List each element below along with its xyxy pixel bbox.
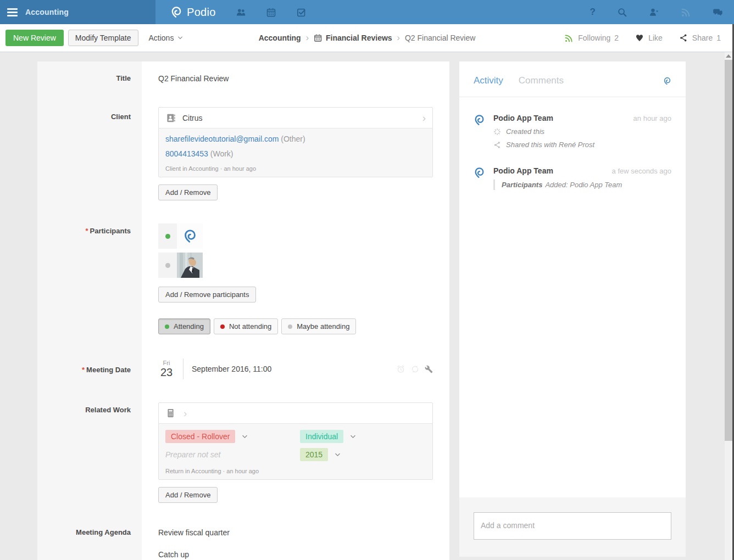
meeting-agenda-field-label: Meeting Agenda: [37, 524, 142, 559]
participant-photo: [177, 253, 203, 278]
breadcrumb-workspace[interactable]: Accounting: [259, 33, 301, 42]
workspace-title[interactable]: Accounting: [25, 8, 69, 16]
podio-home-link[interactable]: Podio: [170, 6, 216, 19]
participant-avatar-podio[interactable]: [177, 223, 203, 249]
date-weekday: Fri: [158, 360, 175, 366]
related-work-header[interactable]: ›: [159, 403, 432, 423]
account-icon[interactable]: [649, 7, 659, 18]
following-button[interactable]: Following 2: [564, 33, 619, 43]
tab-comments[interactable]: Comments: [519, 75, 564, 86]
activity-entry: Podio App Team a few seconds ago Partici…: [474, 166, 671, 190]
participant-row-person[interactable]: [158, 253, 449, 278]
activity-panel-header: Activity Comments: [459, 61, 686, 97]
activity-panel: Activity Comments Podio App Team an hour…: [459, 61, 686, 557]
actions-menu[interactable]: Actions: [149, 33, 184, 42]
chevron-right-icon: ›: [184, 408, 187, 418]
actions-label: Actions: [149, 33, 174, 42]
reminder-icon[interactable]: [396, 365, 405, 374]
date-day: 23: [158, 366, 175, 378]
field-participants: *Participants: [37, 223, 449, 334]
calendar-icon[interactable]: [266, 7, 276, 18]
podio-avatar-icon[interactable]: [474, 167, 485, 178]
client-email-type: (Other): [281, 135, 305, 143]
breadcrumb-separator: ›: [397, 33, 400, 43]
recurrence-icon[interactable]: [410, 365, 420, 374]
heart-icon: [635, 33, 644, 42]
calendar-chip: Fri 23: [158, 360, 175, 378]
following-count: 2: [614, 33, 619, 42]
activity-feed: Podio App Team an hour ago Created this …: [459, 97, 686, 497]
activity-author[interactable]: Podio App Team: [493, 114, 553, 122]
related-work-card: › Closed - Rollover Individual: [158, 402, 433, 480]
contact-book-icon: [165, 113, 176, 124]
year-tag[interactable]: 2015: [300, 448, 328, 461]
client-meta: Client in Accounting · an hour ago: [165, 165, 426, 172]
contacts-icon[interactable]: [236, 7, 246, 18]
breadcrumb-separator: ›: [306, 33, 309, 43]
client-card-header[interactable]: Citrus ›: [159, 108, 432, 128]
help-icon[interactable]: ?: [590, 7, 596, 18]
activity-author[interactable]: Podio App Team: [493, 166, 553, 175]
activity-time: an hour ago: [633, 114, 671, 122]
hamburger-menu-icon[interactable]: [7, 7, 18, 18]
chevron-down-icon[interactable]: [241, 433, 248, 440]
comment-section: [459, 497, 686, 557]
share-icon: [493, 141, 501, 149]
category-tag[interactable]: Individual: [300, 430, 343, 443]
participant-row-podio-app-team[interactable]: [158, 223, 449, 249]
tab-activity[interactable]: Activity: [474, 75, 503, 86]
new-review-button[interactable]: New Review: [5, 30, 64, 46]
activity-action: Created this: [506, 127, 544, 136]
related-work-field-label: Related Work: [37, 402, 142, 503]
participant-avatar-photo[interactable]: [177, 253, 203, 278]
related-work-add-remove-button[interactable]: Add / Remove: [158, 487, 218, 503]
breadcrumb: Accounting › Financial Reviews › Q2 Fina…: [259, 33, 476, 43]
search-icon[interactable]: [617, 7, 627, 18]
activity-time: a few seconds ago: [612, 167, 671, 175]
workspace-header: Accounting: [0, 0, 155, 24]
topbar-nav: [236, 7, 326, 18]
modify-template-button[interactable]: Modify Template: [68, 30, 138, 46]
filter-maybe-attending-label: Maybe attending: [297, 322, 349, 331]
chat-icon[interactable]: [713, 7, 723, 18]
filter-not-attending[interactable]: Not attending: [214, 318, 278, 334]
adjust-icon[interactable]: [425, 365, 433, 373]
podio-avatar-icon[interactable]: [474, 114, 485, 126]
title-field-label: Title: [37, 74, 142, 83]
client-phone-type: (Work): [210, 149, 233, 158]
like-button[interactable]: Like: [635, 33, 663, 42]
podio-avatar-icon: [183, 229, 197, 243]
share-count: 1: [716, 33, 721, 42]
breadcrumb-app[interactable]: Financial Reviews: [314, 33, 392, 42]
top-bar: Accounting Podio ?: [0, 0, 734, 24]
app-calendar-icon: [314, 33, 322, 42]
stream-icon[interactable]: [681, 7, 691, 18]
tasks-icon[interactable]: [296, 7, 307, 18]
meeting-date-widget: Fri 23 September 2016, 11:00: [158, 359, 433, 379]
participants-add-remove-button[interactable]: Add / Remove participants: [158, 287, 256, 303]
client-card-body: sharefilevideotutorial@gmail.com (Other)…: [159, 128, 432, 177]
scrollbar-thumb[interactable]: [725, 60, 732, 441]
filter-attending[interactable]: Attending: [158, 318, 210, 334]
like-label: Like: [648, 33, 663, 42]
status-tag[interactable]: Closed - Rollover: [165, 430, 235, 443]
filter-maybe-attending[interactable]: Maybe attending: [281, 318, 356, 334]
change-description: Added: Podio App Team: [545, 181, 622, 189]
field-related-work: Related Work › Closed - Rollover Individ…: [37, 402, 449, 503]
client-add-remove-button[interactable]: Add / Remove: [158, 184, 218, 200]
chevron-down-icon[interactable]: [349, 433, 357, 440]
participant-status-unknown: [158, 253, 177, 278]
client-email-link[interactable]: sharefilevideotutorial@gmail.com: [165, 135, 279, 143]
chevron-down-icon[interactable]: [334, 451, 341, 458]
share-label: Share: [692, 33, 713, 42]
scrollbar-up-arrow[interactable]: [726, 54, 731, 58]
share-button[interactable]: Share 1: [679, 33, 721, 42]
preparer-empty-value: Preparer not set: [165, 450, 220, 459]
date-text: September 2016, 11:00: [192, 365, 271, 373]
client-phone-link[interactable]: 8004413453: [165, 149, 208, 158]
agenda-line: Catch up: [158, 546, 449, 559]
comment-input[interactable]: [474, 512, 671, 540]
topbar-right: ?: [569, 7, 723, 18]
date-divider: [183, 359, 184, 379]
meeting-date-field-label: *Meeting Date: [37, 359, 142, 379]
